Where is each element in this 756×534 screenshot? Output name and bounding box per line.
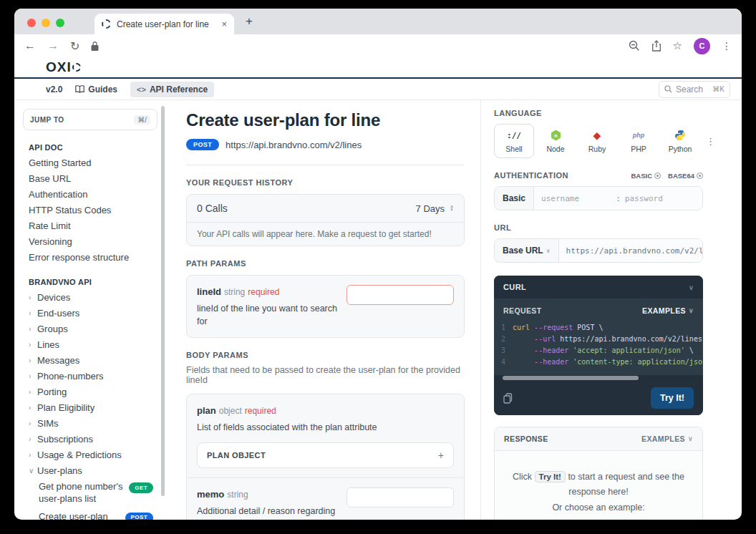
base-url-card: Base URL ∨ https://api.brandvno.com/v2/l… (494, 238, 703, 263)
history-range-selector[interactable]: 7 Days ▲▼ (416, 203, 454, 214)
plan-object-expander[interactable]: PLAN OBJECT+ (197, 442, 454, 468)
jump-to-input[interactable]: JUMP TO ⌘/ (23, 109, 158, 130)
sort-arrows-icon: ▲▼ (450, 205, 454, 212)
sidebar-item-versioning[interactable]: Versioning (23, 233, 158, 249)
copy-code-icon[interactable] (503, 393, 513, 404)
more-languages-icon[interactable]: ⋮ (706, 136, 716, 147)
close-window-button[interactable] (27, 19, 36, 27)
sidebar-scrollbar[interactable] (161, 106, 165, 496)
response-empty-message: Click Try It! to start a request and see… (508, 470, 689, 515)
language-tab-ruby[interactable]: ◆Ruby (577, 124, 617, 158)
sidebar-item-lines[interactable]: ›Lines (23, 336, 158, 352)
profile-avatar[interactable]: C (694, 38, 710, 54)
sidebar-item-messages[interactable]: ›Messages (23, 352, 158, 368)
nav-api-reference[interactable]: <> API Reference (130, 82, 214, 97)
sidebar-item-usage-predictions[interactable]: ›Usage & Predictions (23, 447, 158, 462)
sidebar-item-subscriptions[interactable]: ›Subscriptions (23, 431, 158, 447)
sidebar-item-sims[interactable]: ›SIMs (23, 415, 158, 431)
auth-toggle-label: BASIC (631, 172, 652, 180)
param-info: memostringAdditional detail / reason reg… (197, 487, 338, 520)
base-url-value[interactable]: https://api.brandvno.com/v2/lines (566, 246, 703, 256)
response-examples-dropdown[interactable]: EXAMPLES ∨ (641, 435, 693, 443)
jump-to-label: JUMP TO (30, 116, 64, 124)
method-badge-post: POST (125, 513, 153, 520)
code-horizontal-scrollbar[interactable] (494, 375, 703, 381)
code-line-content: --header 'content-type: application/json… (513, 356, 703, 368)
code-line-content: --header 'accept: application/json' \ (513, 345, 694, 356)
maximize-window-button[interactable] (56, 19, 64, 27)
sidebar-item-rate-limit[interactable]: Rate Limit (23, 218, 158, 233)
lineId-input[interactable] (346, 285, 454, 305)
sidebar-subitem[interactable]: Create user-plan for phone number's line… (33, 508, 158, 520)
path-params-card: lineIdstringrequiredlineId of the line y… (186, 275, 465, 338)
page-title: Create user-plan for line (186, 110, 465, 130)
language-tab-shell[interactable]: ://Shell (494, 124, 534, 158)
base-url-selector[interactable]: Base URL ∨ (495, 239, 559, 262)
sidebar-item-authentication[interactable]: Authentication (23, 186, 158, 202)
username-field[interactable]: username (541, 194, 611, 203)
search-input[interactable]: Search ⌘K (659, 81, 730, 98)
new-tab-button[interactable]: + (246, 14, 253, 29)
try-it-button[interactable]: Try It! (651, 387, 694, 409)
password-field[interactable]: password (625, 194, 695, 203)
chevron-down-icon: ∨ (29, 467, 34, 475)
response-label: RESPONSE (504, 435, 548, 443)
param-name: lineId (197, 286, 221, 297)
sidebar-item-end-users[interactable]: ›End-users (23, 305, 158, 321)
sidebar-item-phone-numbers[interactable]: ›Phone-numbers (23, 368, 158, 384)
sidebar-item-label: SIMs (37, 418, 59, 429)
reload-icon[interactable]: ↻ (70, 39, 79, 53)
sidebar-item-getting-started[interactable]: Getting Started (23, 155, 158, 170)
sidebar-item-label: Error response structure (29, 252, 129, 263)
sidebar-item-label: HTTP Status Codes (29, 205, 111, 215)
browser-menu-icon[interactable]: ⋮ (722, 40, 732, 52)
browser-tab[interactable]: Create user-plan for line × (94, 14, 234, 34)
sidebar-subitem[interactable]: Get phone number's user-plans listGET (33, 478, 158, 508)
bookmark-star-icon[interactable]: ☆ (673, 39, 682, 52)
url-label: URL (494, 223, 717, 232)
base-url-selector-label: Base URL (503, 246, 543, 256)
auth-toggle-basic[interactable]: BASIC (631, 172, 661, 180)
sidebar-item-user-plans[interactable]: ∨User-plans (23, 462, 158, 478)
chevron-right-icon: › (29, 435, 34, 443)
param-required-flag: required (248, 287, 279, 297)
sidebar-item-label: Messages (37, 355, 79, 366)
param-header: planobjectrequired (197, 404, 454, 417)
zoom-out-icon[interactable] (629, 40, 640, 52)
tab-strip: Create user-plan for line × + (14, 9, 742, 34)
api-explorer-panel: LANGUAGE ://ShellnNode◆RubyphpPHPPython⋮… (481, 100, 717, 520)
sidebar-item-plan-eligibility[interactable]: ›Plan Eligibility (23, 399, 158, 415)
sidebar-item-http-status-codes[interactable]: HTTP Status Codes (23, 202, 158, 218)
nav-guides[interactable]: Guides (75, 84, 117, 94)
memo-input[interactable] (346, 487, 454, 508)
version-selector[interactable]: v2.0 (46, 84, 62, 94)
auth-toggle-base64[interactable]: BASE64 (668, 172, 703, 180)
window-controls[interactable] (14, 19, 77, 34)
tab-close-icon[interactable]: × (221, 19, 227, 29)
minimize-window-button[interactable] (42, 19, 50, 27)
auth-scheme-label: Basic (495, 187, 534, 210)
sidebar-item-devices[interactable]: ›Devices (23, 289, 158, 305)
language-tab-python[interactable]: Python (660, 124, 700, 158)
sidebar-item-error-response-structure[interactable]: Error response structure (23, 249, 158, 265)
oxio-logo[interactable]: OXI (46, 59, 81, 75)
sidebar-item-groups[interactable]: ›Groups (23, 321, 158, 336)
forward-icon[interactable]: → (47, 39, 59, 52)
language-tab-node[interactable]: nNode (536, 124, 576, 158)
language-tab-php[interactable]: phpPHP (619, 124, 659, 158)
authentication-label: AUTHENTICATION (494, 171, 568, 180)
param-name: plan (197, 405, 216, 416)
sidebar-item-porting[interactable]: ›Porting (23, 384, 158, 399)
request-examples-dropdown[interactable]: EXAMPLES ∨ (642, 306, 694, 315)
nav-api-reference-label: API Reference (150, 84, 208, 94)
sidebar-item-base-url[interactable]: Base URL (23, 170, 158, 186)
code-editor[interactable]: 1curl --request POST \2 --url https://ap… (494, 319, 703, 375)
code-language-header[interactable]: CURL ∨ (494, 276, 703, 298)
language-tab-label: Shell (505, 145, 522, 153)
code-line: 3 --header 'accept: application/json' \ (494, 345, 703, 356)
share-icon[interactable] (651, 40, 662, 52)
site-favicon-icon (102, 19, 111, 29)
back-icon[interactable]: ← (24, 39, 36, 52)
param-description: Additional detail / reason regarding the… (197, 505, 338, 520)
auth-card: Basic username : password (494, 186, 703, 210)
